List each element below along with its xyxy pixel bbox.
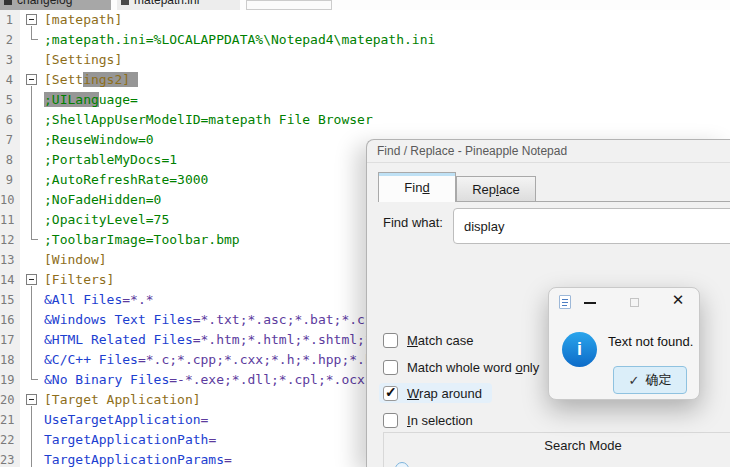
fold-vertical-line — [31, 410, 32, 430]
line-number: 15 — [0, 290, 20, 310]
fold-guide — [20, 150, 44, 170]
active-tab-accent — [379, 173, 455, 176]
fold-minus-glyph — [29, 19, 34, 20]
close-icon[interactable]: ✕ — [669, 290, 687, 310]
line-number: 13 — [0, 250, 20, 270]
fold-box-icon[interactable] — [26, 274, 37, 285]
checkbox-checked-icon[interactable] — [383, 386, 398, 401]
tab-replace[interactable]: Replace — [456, 176, 536, 202]
code-text: ;matepath.ini=%LOCALAPPDATA%\Notepad4\ma… — [44, 30, 730, 50]
fold-collapse-icon[interactable] — [20, 270, 44, 290]
checkbox-label: Wrap around — [407, 386, 482, 401]
ok-button-label: 确定 — [645, 371, 671, 389]
code-line[interactable]: 6;ShellAppUserModelID=matepath File Brow… — [0, 110, 730, 130]
document-icon — [4, 0, 12, 5]
tab-label: Replace — [472, 182, 520, 197]
fold-box-icon[interactable] — [26, 394, 37, 405]
fold-corner-line — [31, 230, 38, 240]
document-tab-strip: changelogmatepath.ini — [0, 0, 730, 10]
checkbox-label: Match whole word only — [407, 360, 539, 375]
fold-guide — [20, 290, 44, 310]
selected-text: ;UILang — [44, 92, 99, 107]
code-text: ;ShellAppUserModelID=matepath File Brows… — [44, 110, 730, 130]
fold-collapse-icon[interactable] — [20, 10, 44, 30]
syntax-segment: ;OpacityLevel=75 — [44, 212, 169, 227]
syntax-segment: =*.txt;*.asc;*.bat;*.c — [193, 312, 365, 327]
code-text: [Settings2] — [44, 70, 730, 90]
fold-vertical-line — [31, 290, 32, 310]
document-tab-label: matepath.ini — [134, 0, 199, 7]
fold-vertical-line — [31, 330, 32, 350]
checkbox-icon[interactable] — [383, 360, 398, 375]
checkbox-row[interactable]: Wrap around — [379, 383, 492, 403]
fold-guide — [20, 210, 44, 230]
checkbox-row[interactable]: Match whole word only — [383, 357, 539, 377]
fold-vertical-line — [31, 170, 32, 190]
document-tab[interactable]: changelog — [0, 0, 111, 10]
checkbox-row[interactable]: In selection — [383, 410, 473, 430]
check-icon: ✓ — [629, 373, 640, 388]
syntax-segment: = — [208, 432, 216, 447]
code-line[interactable]: 5;UILanguage= — [0, 90, 730, 110]
line-number: 17 — [0, 330, 20, 350]
fold-vertical-line — [31, 310, 32, 330]
fold-corner-line — [31, 370, 38, 380]
document-tab[interactable] — [246, 0, 332, 10]
fold-guide — [20, 450, 44, 467]
code-line[interactable]: 4[Settings2] — [0, 70, 730, 90]
code-line[interactable]: 1[matepath] — [0, 10, 730, 30]
checkbox-icon[interactable] — [383, 333, 398, 348]
code-line[interactable]: 2;matepath.ini=%LOCALAPPDATA%\Notepad4\m… — [0, 30, 730, 50]
find-what-input[interactable] — [453, 208, 730, 244]
syntax-segment: [Filters] — [44, 272, 114, 287]
syntax-segment: &All Files — [44, 292, 122, 307]
line-number: 22 — [0, 430, 20, 450]
document-tab-label: changelog — [17, 0, 72, 7]
fold-box-icon[interactable] — [26, 14, 37, 25]
fold-collapse-icon[interactable] — [20, 390, 44, 410]
document-tab-content: changelog — [0, 0, 111, 7]
checkbox-row[interactable]: Match case — [383, 330, 474, 350]
ok-button[interactable]: ✓ 确定 — [613, 366, 687, 394]
syntax-segment: = — [201, 412, 209, 427]
fold-guide — [20, 130, 44, 150]
syntax-segment: &C/C++ Files — [44, 352, 138, 367]
minimize-icon[interactable] — [584, 302, 596, 304]
fold-vertical-line — [31, 90, 32, 110]
line-number: 18 — [0, 350, 20, 370]
fold-vertical-line — [31, 210, 32, 230]
fold-guide — [20, 90, 44, 110]
tab-find[interactable]: Find — [378, 172, 456, 202]
fold-minus-glyph — [29, 399, 34, 400]
title-separator — [367, 162, 730, 163]
fold-vertical-line — [31, 130, 32, 150]
line-number: 23 — [0, 450, 20, 467]
fold-guide — [20, 250, 44, 270]
fold-vertical-line — [31, 430, 32, 450]
fold-box-icon[interactable] — [26, 74, 37, 85]
syntax-segment: UseTargetApplication — [44, 412, 201, 427]
syntax-segment: ;matepath.ini=%LOCALAPPDATA%\Notepad4\ma… — [44, 32, 435, 47]
fold-minus-glyph — [29, 279, 34, 280]
fold-guide — [20, 170, 44, 190]
syntax-segment: [Sett — [44, 72, 83, 87]
checkbox-icon[interactable] — [383, 413, 398, 428]
code-line[interactable]: 3[Settings] — [0, 50, 730, 70]
fold-corner-line — [31, 30, 38, 40]
fold-vertical-line — [31, 350, 32, 370]
syntax-segment: ;ToolbarImage=Toolbar.bmp — [44, 232, 240, 247]
line-number: 2 — [0, 30, 20, 50]
code-text: ;UILanguage= — [44, 90, 730, 110]
syntax-segment: ;ReuseWindow=0 — [44, 132, 154, 147]
fold-collapse-icon[interactable] — [20, 70, 44, 90]
line-number: 19 — [0, 370, 20, 390]
document-tab[interactable]: matepath.ini — [117, 0, 240, 10]
message-text: Text not found. — [608, 334, 693, 349]
selected-text: ings2] — [83, 72, 138, 87]
code-text: [Settings] — [44, 50, 730, 70]
syntax-segment: =*.* — [122, 292, 153, 307]
syntax-segment: TargetApplicationPath — [44, 432, 208, 447]
fold-guide — [20, 50, 44, 70]
line-number: 1 — [0, 10, 20, 30]
syntax-segment: =*.htm;*.html;*.shtml;*.x — [193, 332, 389, 347]
